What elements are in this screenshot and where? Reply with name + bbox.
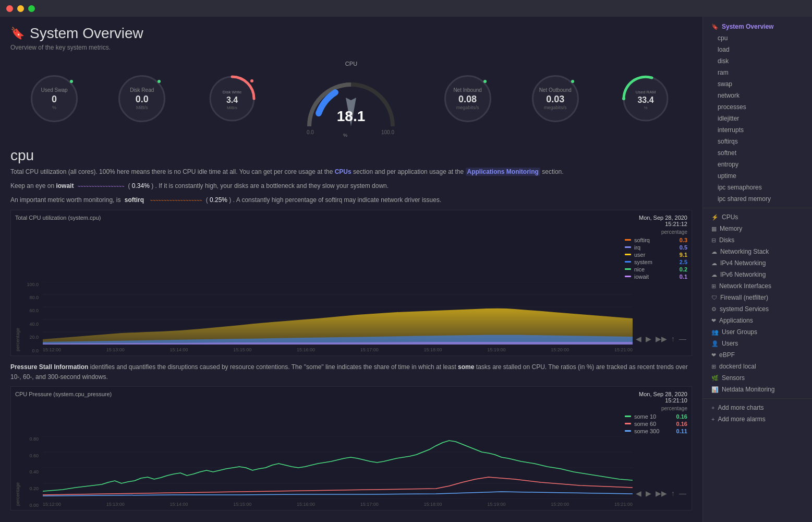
pressure-chart-timestamp: Mon, Sep 28, 2020 15:21:10 [639,391,687,404]
svg-text:%: % [343,133,347,137]
sidebar: 🔖 System Overview cpu load disk ram swap… [702,17,812,522]
cpu-description: Total CPU utilization (all cores). 100% … [10,167,692,177]
sidebar-item-user-groups[interactable]: 👥 User Groups [703,326,812,338]
svg-text:Used RAM: Used RAM [636,90,656,94]
add-charts-icon: + [711,405,714,411]
sidebar-item-users[interactable]: 👤 Users [703,338,812,349]
ipv6-icon: ☁ [711,271,717,278]
sidebar-item-load[interactable]: load [703,44,812,55]
svg-text:Disk Write: Disk Write [223,90,242,94]
sidebar-item-cpu[interactable]: cpu [703,32,812,44]
sidebar-item-disks[interactable]: ⊟ Disks [703,234,812,246]
legend-some60: some 60 0.16 [625,421,687,427]
pressure-chart-x-axis: 15:12:00 15:13:00 15:14:00 15:15:00 15:1… [43,501,633,508]
sidebar-item-processes[interactable]: processes [703,101,812,113]
gauge-disk-write: Disk Write 3.4 MiB/s [206,73,258,125]
svg-point-11 [622,97,625,100]
pressure-chart-up-btn[interactable]: ↑ [670,489,676,497]
sidebar-item-ipc-semaphores[interactable]: ipc semaphores [703,182,812,193]
chart-prev-btn[interactable]: ◀ [635,335,643,343]
sidebar-item-firewall[interactable]: 🛡 Firewall (netfilter) [703,292,812,303]
svg-point-1 [250,79,253,82]
sidebar-item-swap[interactable]: swap [703,78,812,90]
close-button[interactable] [6,5,13,12]
sidebar-item-add-alarms[interactable]: + Add more alarms [703,413,812,425]
page-header: 🔖 System Overview Overview of the key sy… [0,17,702,55]
chart-up-btn[interactable]: ↑ [670,335,676,343]
legend-some10: some 10 0.16 [625,413,687,420]
sensors-icon: 🌿 [711,375,719,382]
sidebar-item-systemd[interactable]: ⚙ systemd Services [703,303,812,315]
users-icon: 👥 [711,329,719,336]
chart-play-btn[interactable]: ▶ [645,335,652,343]
sidebar-item-sensors[interactable]: 🌿 Sensors [703,372,812,384]
cloud-icon: ☁ [711,248,717,255]
sidebar-item-idlejitter[interactable]: idlejitter [703,113,812,124]
maximize-button[interactable] [28,5,35,12]
cpu-chart-container: Total CPU utilization (system.cpu) Mon, … [10,210,692,356]
legend-irq: irq 0.5 [625,244,687,251]
sidebar-item-ipv4[interactable]: ☁ IPv4 Networking [703,257,812,269]
sidebar-item-add-charts[interactable]: + Add more charts [703,402,812,413]
sidebar-item-system-overview[interactable]: 🔖 System Overview [703,21,812,32]
sidebar-item-interrupts[interactable]: interrupts [703,124,812,136]
sidebar-item-cpus[interactable]: ⚡ CPUs [703,211,812,223]
cpu-chart-main: 15:12:00 15:13:00 15:14:00 15:15:00 15:1… [43,282,633,353]
sidebar-item-softnet[interactable]: softnet [703,147,812,159]
sidebar-item-ipc-shared-memory[interactable]: ipc shared memory [703,193,812,205]
pressure-chart-y-axis: 0.80 0.60 0.40 0.20 0.00 [22,436,41,508]
sidebar-item-networking-stack[interactable]: ☁ Networking Stack [703,246,812,257]
pressure-chart-next-btn[interactable]: ▶▶ [655,489,668,497]
cpu-chart-y-axis: 100.0 80.0 60.0 40.0 20.0 0.0 [22,282,41,353]
legend-system: system 2.5 [625,259,687,265]
pressure-chart-play-btn[interactable]: ▶ [645,489,652,497]
svg-text:0.0: 0.0 [307,129,314,135]
titlebar [0,0,812,17]
pressure-chart-controls[interactable]: ◀ ▶ ▶▶ ↑ — [635,489,687,497]
legend-user: user 9.1 [625,252,687,258]
sidebar-item-dockerd[interactable]: ⊞ dockerd local [703,361,812,372]
network-icon: ⊞ [711,283,716,290]
gear-icon: ⚙ [711,306,717,313]
cpu-chart-x-axis: 15:12:00 15:13:00 15:14:00 15:15:00 15:1… [43,346,633,353]
cpus-link[interactable]: CPUs [335,168,352,175]
sidebar-item-uptime[interactable]: uptime [703,170,812,182]
svg-text:100.0: 100.0 [381,129,394,135]
legend-nice: nice 0.2 [625,266,687,272]
pressure-chart-y-label: percentage [15,436,20,508]
add-alarms-icon: + [711,416,714,422]
apps-monitoring-link[interactable]: Applications Monitoring [466,168,540,176]
minimize-button[interactable] [17,5,24,12]
cpu-chart-title: Total CPU utilization (system.cpu) [15,215,101,221]
sidebar-item-disk[interactable]: disk [703,55,812,67]
sidebar-item-ebpf[interactable]: ❤ eBPF [703,349,812,361]
sidebar-item-ipv6[interactable]: ☁ IPv6 Networking [703,269,812,280]
sidebar-item-memory[interactable]: ▦ Memory [703,223,812,234]
svg-text:%: % [644,105,647,110]
gauge-net-outbound: Net Outbound 0.03 megabits/s [532,75,579,122]
pressure-chart-menu-btn[interactable]: — [678,489,687,497]
legend-softirq: softirq 0.3 [625,237,687,243]
cpu-chart-y-label: percentage [15,282,20,353]
sidebar-item-softirqs[interactable]: softirqs [703,136,812,147]
gauge-net-inbound: Net Inbound 0.08 megabits/s [444,75,491,122]
sidebar-item-applications[interactable]: ❤ Applications [703,315,812,326]
pressure-description: Pressure Stall Information identifies an… [10,362,692,382]
sidebar-item-entropy[interactable]: entropy [703,159,812,170]
svg-text:33.4: 33.4 [637,96,653,104]
cpu-section-title: cpu [10,142,692,167]
chart-menu-btn[interactable]: — [678,335,687,343]
bookmark-icon: 🔖 [10,27,25,40]
user-icon: 👤 [711,340,719,347]
page-subtitle: Overview of the key system metrics. [10,44,692,51]
chart-next-btn[interactable]: ▶▶ [655,335,668,343]
pressure-chart-prev-btn[interactable]: ◀ [635,489,643,497]
sidebar-item-network-interfaces[interactable]: ⊞ Network Interfaces [703,280,812,292]
svg-text:18.1: 18.1 [337,108,366,124]
docker-icon: ⊞ [711,363,716,370]
sidebar-item-network[interactable]: network [703,90,812,101]
chart-icon: 📊 [711,386,719,393]
sidebar-item-ram[interactable]: ram [703,67,812,78]
sidebar-item-netdata[interactable]: 📊 Netdata Monitoring [703,384,812,395]
cpu-chart-controls[interactable]: ◀ ▶ ▶▶ ↑ — [635,335,687,343]
